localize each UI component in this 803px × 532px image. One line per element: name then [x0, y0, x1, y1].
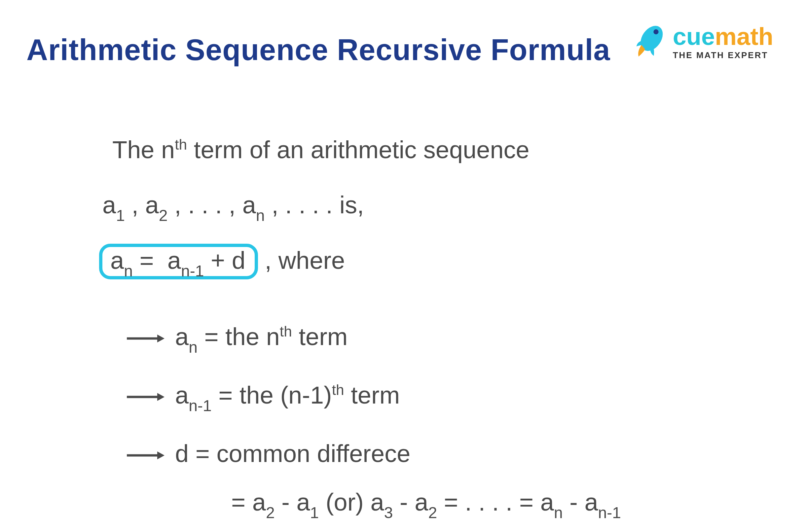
def-anm1: an-1 = the (n-1)th term: [126, 377, 621, 413]
brand-logo: cuemath THE MATH EXPERT: [631, 23, 773, 61]
svg-marker-3: [157, 335, 165, 342]
svg-point-1: [653, 30, 658, 34]
svg-marker-7: [157, 452, 165, 459]
page-title: Arithmetic Sequence Recursive Formula: [26, 33, 611, 67]
definitions-list: an = the nth term an-1 = the (n-1)th ter…: [126, 319, 621, 520]
arrow-icon: [126, 319, 165, 354]
rocket-icon: [631, 23, 667, 61]
def-an: an = the nth term: [126, 319, 621, 354]
logo-brand-text: cuemath: [673, 24, 773, 49]
content-body: The nth term of an arithmetic sequence a…: [112, 132, 621, 520]
formula-box: an = an-1 + d: [99, 244, 258, 279]
def-d: d = common differece: [126, 436, 621, 471]
formula-line: an = an-1 + d , where: [99, 243, 621, 279]
sequence-line: a1 , a2 , . . . , an , . . . . is,: [102, 187, 621, 223]
logo-tagline: THE MATH EXPERT: [673, 51, 773, 59]
def-d-expansion: = a2 - a1 (or) a3 - a2 = . . . . = an - …: [231, 484, 621, 520]
arrow-icon: [126, 436, 165, 471]
intro-line-1: The nth term of an arithmetic sequence: [112, 132, 621, 167]
arrow-icon: [126, 377, 165, 413]
svg-marker-5: [157, 393, 165, 401]
